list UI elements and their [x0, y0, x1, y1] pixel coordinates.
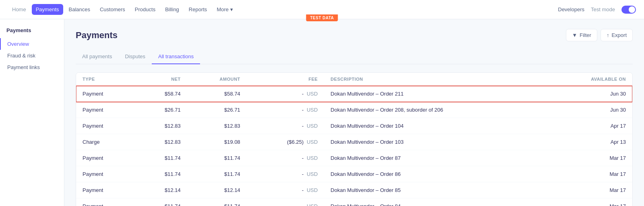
- cell-type: Payment: [76, 166, 136, 182]
- sidebar-item-fraud[interactable]: Fraud & risk: [0, 50, 64, 61]
- tab-all-transactions[interactable]: All transactions: [152, 49, 200, 64]
- cell-available: Apr 17: [547, 118, 632, 134]
- test-mode-toggle[interactable]: [621, 6, 636, 14]
- table-row[interactable]: Payment $12.83 $12.83 - USD Dokan Multiv…: [76, 118, 632, 134]
- test-data-banner: TEST DATA: [306, 14, 338, 21]
- cell-amount: $11.74: [187, 166, 247, 182]
- cell-fee: - USD: [247, 150, 324, 166]
- cell-fee: - USD: [247, 102, 324, 118]
- filter-icon: ▼: [572, 32, 577, 38]
- table-row[interactable]: Payment $12.14 $12.14 - USD Dokan Multiv…: [76, 182, 632, 198]
- layout: Payments Overview Fraud & risk Payment l…: [0, 19, 644, 206]
- cell-fee: ($6.25) USD: [247, 134, 324, 150]
- cell-currency: USD: [305, 91, 318, 97]
- cell-currency: USD: [305, 155, 318, 161]
- cell-net: $58.74: [136, 86, 187, 102]
- cell-amount: $12.14: [187, 182, 247, 198]
- export-button[interactable]: ↑ Export: [601, 29, 633, 41]
- tab-all-payments[interactable]: All payments: [76, 49, 118, 64]
- col-description: DESCRIPTION: [324, 73, 547, 86]
- cell-available: Mar 17: [547, 150, 632, 166]
- cell-description: Dokan Multivendor – Order 85: [324, 182, 547, 198]
- sidebar-item-overview[interactable]: Overview: [0, 38, 64, 50]
- cell-fee: - USD: [247, 118, 324, 134]
- sidebar: Payments Overview Fraud & risk Payment l…: [0, 19, 64, 206]
- cell-fee: - USD: [247, 198, 324, 206]
- developers-link[interactable]: Developers: [558, 6, 584, 12]
- transactions-table: TYPE NET AMOUNT FEE DESCRIPTION AVAILABL…: [76, 73, 632, 206]
- cell-description: Dokan Multivendor – Order 87: [324, 150, 547, 166]
- cell-description: Dokan Multivendor – Order 211: [324, 86, 547, 102]
- cell-net: $26.71: [136, 102, 187, 118]
- cell-fee: - USD: [247, 182, 324, 198]
- cell-available: Mar 17: [547, 166, 632, 182]
- nav-item-products[interactable]: Products: [131, 4, 159, 15]
- cell-currency: USD: [305, 107, 318, 113]
- test-mode-label: Test mode: [591, 6, 615, 12]
- table-row[interactable]: Charge $12.83 $19.08 ($6.25) USD Dokan M…: [76, 134, 632, 150]
- cell-currency: USD: [305, 171, 318, 177]
- cell-amount: $19.08: [187, 134, 247, 150]
- cell-currency: USD: [305, 123, 318, 129]
- cell-description: Dokan Multivendor – Order 86: [324, 166, 547, 182]
- cell-type: Charge: [76, 134, 136, 150]
- cell-type: Payment: [76, 150, 136, 166]
- col-net: NET: [136, 73, 187, 86]
- nav-item-payments[interactable]: Payments: [32, 4, 63, 15]
- cell-net: $11.74: [136, 150, 187, 166]
- cell-fee: - USD: [247, 166, 324, 182]
- cell-type: Payment: [76, 86, 136, 102]
- sidebar-title: Payments: [0, 27, 64, 38]
- cell-amount: $11.74: [187, 198, 247, 206]
- cell-currency: USD: [305, 139, 318, 145]
- chevron-down-icon: ▾: [230, 6, 233, 12]
- cell-net: $12.83: [136, 118, 187, 134]
- cell-net: $11.74: [136, 198, 187, 206]
- table-row[interactable]: Payment $26.71 $26.71 - USD Dokan Multiv…: [76, 102, 632, 118]
- cell-description: Dokan Multivendor – Order 208, suborder …: [324, 102, 547, 118]
- filter-button[interactable]: ▼ Filter: [566, 29, 597, 41]
- nav-right: Developers Test mode: [558, 6, 636, 14]
- nav-item-customers[interactable]: Customers: [96, 4, 129, 15]
- main-content: Payments ▼ Filter ↑ Export All payments …: [64, 19, 644, 206]
- cell-available: Jun 30: [547, 86, 632, 102]
- export-icon: ↑: [607, 32, 609, 38]
- table-container: TYPE NET AMOUNT FEE DESCRIPTION AVAILABL…: [76, 72, 633, 206]
- table-row[interactable]: Payment $11.74 $11.74 - USD Dokan Multiv…: [76, 198, 632, 206]
- tab-disputes[interactable]: Disputes: [118, 49, 152, 64]
- cell-type: Payment: [76, 118, 136, 134]
- sidebar-item-links[interactable]: Payment links: [0, 61, 64, 73]
- nav-item-billing[interactable]: Billing: [161, 4, 183, 15]
- nav-left: Home Payments Balances Customers Product…: [8, 4, 558, 15]
- col-available: AVAILABLE ON: [547, 73, 632, 86]
- cell-description: Dokan Multivendor – Order 103: [324, 134, 547, 150]
- cell-amount: $58.74: [187, 86, 247, 102]
- nav-item-more[interactable]: More ▾: [213, 4, 237, 15]
- cell-amount: $26.71: [187, 102, 247, 118]
- cell-available: Jun 30: [547, 102, 632, 118]
- nav-item-home[interactable]: Home: [8, 4, 30, 15]
- table-row[interactable]: Payment $11.74 $11.74 - USD Dokan Multiv…: [76, 166, 632, 182]
- col-fee: FEE: [247, 73, 324, 86]
- cell-type: Payment: [76, 182, 136, 198]
- table-row[interactable]: Payment $58.74 $58.74 - USD Dokan Multiv…: [76, 86, 632, 102]
- cell-amount: $11.74: [187, 150, 247, 166]
- top-nav: Home Payments Balances Customers Product…: [0, 0, 644, 19]
- nav-item-reports[interactable]: Reports: [185, 4, 211, 15]
- cell-currency: USD: [305, 187, 318, 193]
- tabs: All payments Disputes All transactions: [76, 49, 633, 64]
- cell-type: Payment: [76, 102, 136, 118]
- page-title: Payments: [76, 30, 118, 41]
- cell-net: $12.14: [136, 182, 187, 198]
- cell-type: Payment: [76, 198, 136, 206]
- page-header: Payments ▼ Filter ↑ Export: [76, 29, 633, 41]
- col-type: TYPE: [76, 73, 136, 86]
- cell-fee: - USD: [247, 86, 324, 102]
- cell-currency: USD: [305, 203, 318, 206]
- cell-amount: $12.83: [187, 118, 247, 134]
- cell-net: $12.83: [136, 134, 187, 150]
- cell-available: Mar 17: [547, 198, 632, 206]
- table-row[interactable]: Payment $11.74 $11.74 - USD Dokan Multiv…: [76, 150, 632, 166]
- header-actions: ▼ Filter ↑ Export: [566, 29, 633, 41]
- nav-item-balances[interactable]: Balances: [65, 4, 94, 15]
